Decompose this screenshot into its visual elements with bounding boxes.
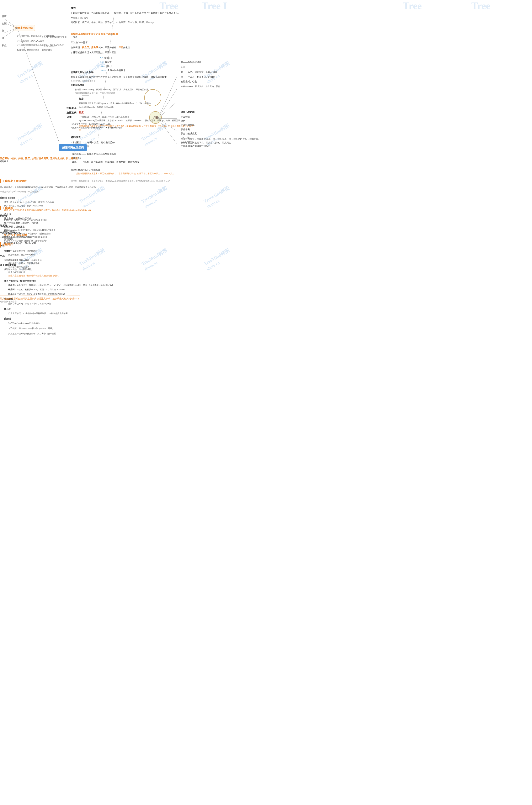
- branch-vasopressor: →血管升压: [42, 49, 52, 52]
- stop-criteria: 对乙氨硫止痉出血≥4 ——肌力停（—30%，可观）: [0, 326, 113, 330]
- delivery-open: 一般开 开始分娩前，确认一小时确诊: [0, 249, 113, 256]
- preeclampsia-severe: 重度 (++) 蛋白尿>500mg/24h，血尿≥160/110，胎儿生长受限 …: [71, 111, 195, 123]
- incidence: 发病率：5%~12%: [71, 16, 180, 20]
- antihypertensive-detailed: 和各产前症与子痫前期大致相同 硫酸镁：紧急情况下：静脉注射，硫酸镁≥30mg（M…: [0, 279, 113, 296]
- eclampsia-treatment-title: 子痫处理: [0, 206, 38, 210]
- branch-RAAS: 肾小动脉痉挛→激活AAA系统: [17, 39, 44, 43]
- tree-icon-2: Tree: [471, 0, 491, 12]
- delivery-timing: 子痫治疗后分娩时机 一般认为子痫控制后方可终止妊娠: [0, 231, 31, 239]
- basic-pathophysiology: 本病的基本病理生理变化是全身小动脉痉挛: [71, 32, 118, 36]
- organ-list: 肝脏 心脏 脑 肾 胎盘: [2, 15, 7, 47]
- neonatal-management: 新生儿窒息的处理 新生儿窒息的处理→指南建议予新生儿预防措施（建议）: [0, 270, 113, 277]
- organ-placenta: 胎盘: [2, 44, 7, 47]
- treatment-general-principles: 治疗原则：镇静、解痉、降压、合理扩容或利尿、适时终止妊娠、防止并发症 适时终止: [0, 157, 78, 163]
- postpartum-care: 产后血压持续升高或反复出现≥2次，考虑口服降压药: [0, 332, 113, 335]
- watermark-1: TreeMind树图shutu.cn: [16, 60, 46, 85]
- child-treatment-title: 子痫治疗: [0, 242, 113, 247]
- branch-small-arteriole: 肾小动脉痉挛加重加重出现损害等→激活RAAS系统: [17, 44, 64, 46]
- tree-icon-4: Tree: [403, 0, 422, 12]
- bottom-note: 胎儿胎盘前出胎后妊娠期高血压疾病管理注意事项（建议请查阅相关指南资料） 建议查阅…: [0, 295, 80, 303]
- organ-liver: 肝脏: [2, 15, 7, 18]
- tree-icon-3: Tree: [159, 0, 178, 12]
- clinical-manifestations-header: 常发生20%患者: [71, 40, 88, 44]
- preeclampsia-mild: 轻度 妊娠20周之前血压≥140/90mmHg，最量≥300mg/24h或尿蛋白…: [71, 97, 195, 109]
- supplementary-tests-section: 辅助检查 1.常规检查 —— 每周2h复查，进行胎儿监护 尿 —— 蛋白检查 血…: [71, 135, 174, 183]
- watermark-16: TreeMind树图shutu.cn: [203, 247, 233, 272]
- watermark-11: TreeMind树图shutu.cn: [140, 185, 171, 209]
- risk-factors: 高危因素：初产妇、年龄、双胎、营养缺乏、社会经济、羊水过多、肥胖、既往史+: [71, 21, 180, 24]
- clinical-manifestations-content: 临床表现：高血压、蛋白尿水肿、严重并发症、严重并发症 水肿可能提前出现（从踝部开…: [71, 46, 130, 54]
- termination-indications: 终止妊娠指征：子痫前期患者经积极治疗24~48小时无好转，子痫前期孕周≥37周，…: [0, 185, 96, 193]
- watermark-12: TreeMind树图shutu.cn: [203, 185, 233, 209]
- postpartum-bp: 降压药 产后血压情况：1/3子痫前期血压持续增高，1%初次分娩后病情重: [0, 307, 113, 315]
- anesthesia: 要保选择：初选人员 麻醉类型：阻断性、间歇性鼻进纲 全麻：间歇性气道监测: [0, 258, 113, 268]
- organ-kidney: 肾: [2, 36, 7, 40]
- gestational-hypertension: 妊娠期高血压 收缩压≥140/90mmHg，舒张压≥90mmHg，并于产后12周…: [71, 83, 195, 95]
- watermark-15: TreeMind树图shutu.cn: [140, 247, 171, 272]
- central-label: 妊娠期高血压疾病: [59, 144, 87, 151]
- magnesium-sulfate2: 硫酸镁 5g/500ml×Mg/1.0g/mmol/g静脉滴注: [0, 317, 113, 325]
- eclampsia-steps: 抢救圾 防止坠床，放压板防舌咬伤 保持呼吸道通畅，避免声、光刺激 留置导尿，观察…: [0, 212, 38, 245]
- watermark-5: TreeMind树图shutu.cn: [16, 123, 46, 147]
- eclampsia-treatment-section: 子痫处理 抢救圾 防止坠床，放压板防舌咬伤 保持呼吸道通畅，避免声、光刺激 留置…: [0, 206, 38, 245]
- pathophysiology-highlight: 本病的基本病理生理变化是全身小动脉痉挛: [71, 33, 118, 36]
- systemic-arteriolar-spasm-node: 全身小动脉痉挛: [13, 25, 35, 31]
- mindmap-container: 肝脏 心脏 脑 肾 胎盘 全身小动脉痉挛 骨小动脉痉挛、血流量减少、肾缺血缺氧 …: [0, 0, 532, 805]
- classification-title: 妊娠期高血压疾病分类: [66, 106, 76, 119]
- organ-heart: 心脏: [2, 22, 7, 25]
- child-treatment-section: 子痫治疗 一般开 开始分娩前，确认一小时确诊 要保选择：初选人员 麻醉类型：阻断…: [0, 242, 113, 337]
- branch-activate-RAS: →激活RAS系统: [42, 45, 56, 48]
- placental-manifestations: 胎儿宫内发育，胎盘松弛及其一样、胎儿关系一样，胎儿宫内生长，胎盘血流异常，胎儿肺…: [181, 137, 260, 145]
- chronic-hypertension: 1.妊娠前血压正常，收缩压超过140/90mmHg， 2.妊娠20周后血压高于原…: [71, 123, 122, 129]
- treatment-title: 子痫前期：住院治疗: [0, 179, 96, 183]
- tree-icon-1: Tree I: [202, 0, 227, 12]
- overview-content: 妊娠期特有的疾病，包括妊娠期高血压、子痫前期、子痫、等妊高血压并发了妊娠期和妊娠…: [71, 11, 180, 15]
- edema-levels: "+‟ 踝部以下 "++" 膝以下 "+++" 膝以上 "++++" 全身水肿并…: [100, 56, 126, 73]
- organ-brain: 脑: [2, 29, 7, 33]
- pathological-changes: 病理变化及对胎儿影响 本病是母体和胎儿最危险发生改变全身小动脉痉挛，全身各重要脏…: [71, 71, 167, 83]
